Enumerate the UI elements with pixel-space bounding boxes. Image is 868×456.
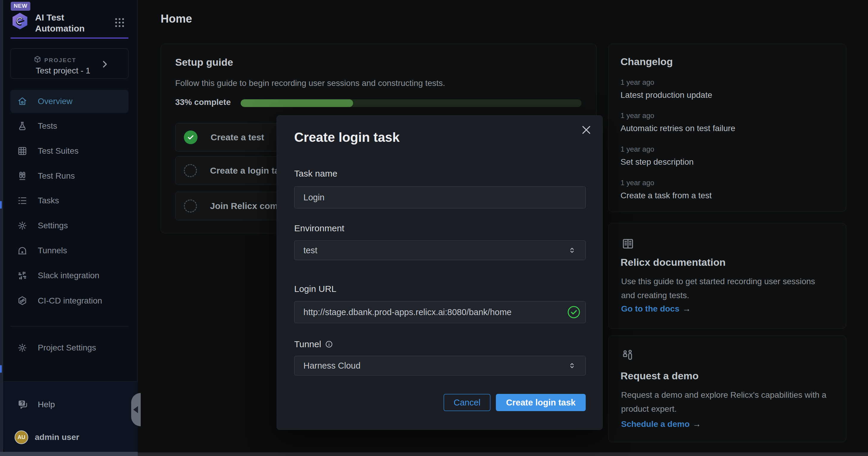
check-todo-icon xyxy=(184,164,197,177)
sidebar-item-settings[interactable]: Settings xyxy=(10,214,128,237)
sidebar-item-help[interactable]: Help xyxy=(10,393,128,416)
list-icon xyxy=(17,195,28,206)
sidebar-item-project-settings[interactable]: Project Settings xyxy=(10,336,128,359)
rail-indicator xyxy=(0,201,2,209)
sidebar-divider xyxy=(10,326,128,326)
link-label: Go to the docs xyxy=(621,304,679,313)
app-logo-icon xyxy=(10,12,30,32)
tunnel-label: Tunnel xyxy=(294,339,333,349)
sidebar-item-label: Test Runs xyxy=(38,171,75,181)
collapse-arrow-icon xyxy=(133,406,138,413)
setup-guide-description: Follow this guide to begin recording use… xyxy=(175,78,445,88)
slack-icon xyxy=(17,270,28,281)
page-title: Home xyxy=(161,12,192,25)
window-edge-strip xyxy=(0,452,138,456)
people-icon xyxy=(621,349,635,362)
tunnel-value: Harness Cloud xyxy=(303,361,361,371)
sidebar-item-overview[interactable]: Overview xyxy=(10,90,128,113)
changelog-time: 1 year ago xyxy=(621,178,654,187)
info-icon[interactable] xyxy=(325,340,333,348)
tunnel-label-text: Tunnel xyxy=(294,339,321,349)
setup-guide-title: Setup guide xyxy=(175,57,233,68)
progress-label: 33% complete xyxy=(175,98,231,107)
go-to-docs-link[interactable]: Go to the docs→ xyxy=(621,304,691,314)
create-login-task-button[interactable]: Create login task xyxy=(496,394,586,411)
sidebar-item-label: Help xyxy=(38,400,55,409)
documentation-title: Relicx documentation xyxy=(621,257,725,268)
rail-indicator xyxy=(0,365,2,373)
schedule-demo-link[interactable]: Schedule a demo→ xyxy=(621,419,701,429)
sidebar-item-cicd-integration[interactable]: CI-CD integration xyxy=(10,289,128,313)
environment-select[interactable]: test xyxy=(294,240,586,260)
user-name: admin user xyxy=(35,432,79,442)
project-eyebrow: PROJECT xyxy=(44,57,76,64)
grid-table-icon xyxy=(17,146,28,156)
modal-footer: Cancel Create login task xyxy=(294,394,586,411)
cube-icon xyxy=(33,55,42,64)
request-demo-title: Request a demo xyxy=(621,370,699,382)
sidebar-item-label: Overview xyxy=(38,97,72,106)
sidebar-item-tunnels[interactable]: Tunnels xyxy=(10,239,128,262)
help-chat-icon xyxy=(17,399,28,410)
changelog-entry: Latest production update xyxy=(621,90,712,100)
changelog-time: 1 year ago xyxy=(621,145,654,153)
sidebar-item-label: Settings xyxy=(38,221,68,230)
changelog-entry: Create a task from a test xyxy=(621,191,712,200)
left-rail xyxy=(0,0,3,452)
flask-icon xyxy=(17,121,28,131)
sidebar-item-tasks[interactable]: Tasks xyxy=(10,189,128,212)
sidebar-item-slack-integration[interactable]: Slack integration xyxy=(10,264,128,287)
window-edge-strip xyxy=(138,452,868,456)
user-menu[interactable]: AU admin user xyxy=(10,426,128,449)
tunnel-select[interactable]: Harness Cloud xyxy=(294,356,586,376)
request-demo-body: Request a demo and explore Relicx's capa… xyxy=(621,388,829,416)
tunnel-icon xyxy=(17,245,28,256)
arrow-right-icon: → xyxy=(692,419,701,429)
close-icon[interactable] xyxy=(580,124,592,136)
columns-runs-icon xyxy=(17,171,28,181)
changelog-title: Changelog xyxy=(621,56,673,67)
login-url-field xyxy=(294,301,586,323)
chevron-right-icon xyxy=(100,60,110,69)
changelog-entry: Automatic retries on test failure xyxy=(621,124,735,133)
gear-icon xyxy=(17,343,28,353)
sidebar-item-label: CI-CD integration xyxy=(38,296,102,305)
sidebar-item-label: Tunnels xyxy=(38,246,67,255)
project-selector[interactable]: PROJECT Test project - 1 xyxy=(10,48,128,79)
link-label: Schedule a demo xyxy=(621,419,689,429)
sidebar-collapse-handle[interactable] xyxy=(131,393,141,426)
select-chevrons-icon xyxy=(567,246,577,255)
documentation-card: Relicx documentation Use this guide to g… xyxy=(608,223,846,329)
login-url-input[interactable] xyxy=(294,301,586,323)
task-name-label: Task name xyxy=(294,168,337,178)
changelog-entry: Set step description xyxy=(621,157,694,167)
sidebar-bottom-panel: Help AU admin user xyxy=(3,381,138,452)
documentation-body: Use this guide to get started recording … xyxy=(621,274,829,302)
arrow-right-icon: → xyxy=(682,304,691,313)
environment-label: Environment xyxy=(294,223,344,233)
sidebar-item-tests[interactable]: Tests xyxy=(10,115,128,138)
sidebar: NEW AI TestAutomation xyxy=(3,0,138,452)
sidebar-item-test-suites[interactable]: Test Suites xyxy=(10,139,128,163)
changelog-time: 1 year ago xyxy=(621,111,654,120)
book-icon xyxy=(621,237,635,251)
sidebar-item-label: Slack integration xyxy=(38,271,99,280)
sidebar-item-label: Tasks xyxy=(38,196,59,205)
avatar: AU xyxy=(14,430,28,444)
changelog-card: Changelog 1 year ago Latest production u… xyxy=(608,44,846,212)
apps-grid-icon[interactable] xyxy=(114,17,126,29)
changelog-time: 1 year ago xyxy=(621,78,654,87)
modal-title: Create login task xyxy=(294,130,400,145)
new-badge: NEW xyxy=(11,2,30,11)
home-icon xyxy=(17,96,28,107)
progress-bar-fill xyxy=(241,99,353,107)
checklist-item-label: Create a test xyxy=(211,132,264,142)
brand-accent-rule xyxy=(10,37,128,39)
cancel-button[interactable]: Cancel xyxy=(443,394,491,411)
app-screen: NEW AI TestAutomation xyxy=(0,0,868,456)
sidebar-item-test-runs[interactable]: Test Runs xyxy=(10,164,128,188)
login-url-label: Login URL xyxy=(294,284,336,294)
task-name-input[interactable] xyxy=(294,186,586,208)
cicd-hexagon-link-icon xyxy=(17,295,28,306)
check-done-icon xyxy=(184,130,197,144)
